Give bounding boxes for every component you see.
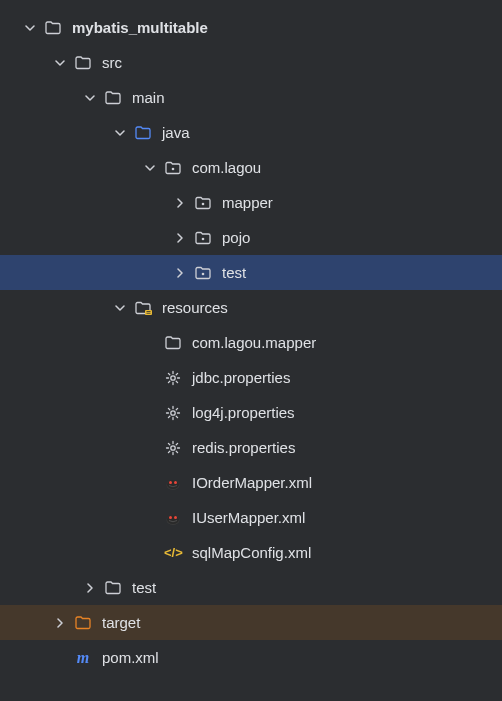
tree-node-resources[interactable]: resources [0,290,502,325]
folder-icon [104,89,122,107]
svg-point-7 [171,375,175,379]
project-tree[interactable]: mybatis_multitablesrcmainjavacom.lagouma… [0,10,502,675]
tree-node-label: com.lagou [192,159,261,176]
chevron-right-icon[interactable] [82,580,98,596]
tree-node-pom-xml[interactable]: mpom.xml [0,640,502,675]
chevron-down-icon[interactable] [142,160,158,176]
tree-node-test-folder[interactable]: test [0,570,502,605]
folder-icon [74,54,92,72]
svg-point-9 [171,445,175,449]
svg-rect-5 [147,311,151,312]
xml-icon: </> [164,544,182,562]
package-icon [164,159,182,177]
tree-node-iorder-mapper[interactable]: IOrderMapper.xml [0,465,502,500]
tree-node-root[interactable]: mybatis_multitable [0,10,502,45]
tree-node-label: java [162,124,190,141]
chevron-down-icon[interactable] [22,20,38,36]
chevron-down-icon[interactable] [112,300,128,316]
package-icon [194,229,212,247]
folder-icon [164,334,182,352]
tree-node-com-lagou[interactable]: com.lagou [0,150,502,185]
tree-node-mapper[interactable]: mapper [0,185,502,220]
tree-node-iuser-mapper[interactable]: IUserMapper.xml [0,500,502,535]
package-icon [194,264,212,282]
tree-node-label: pojo [222,229,250,246]
svg-point-15 [167,515,179,524]
tree-node-label: mapper [222,194,273,211]
tree-node-main[interactable]: main [0,80,502,115]
chevron-right-icon[interactable] [52,615,68,631]
tree-node-label: com.lagou.mapper [192,334,316,351]
svg-point-2 [202,237,205,240]
resources-icon [134,299,152,317]
m-icon: m [74,649,92,667]
tree-node-label: log4j.properties [192,404,295,421]
chevron-down-icon[interactable] [52,55,68,71]
svg-point-16 [169,516,172,519]
tree-node-label: mybatis_multitable [72,19,208,36]
tree-node-label: IOrderMapper.xml [192,474,312,491]
folder-icon [134,124,152,142]
chevron-right-icon[interactable] [172,265,188,281]
svg-point-12 [169,481,172,484]
tree-node-label: jdbc.properties [192,369,290,386]
chevron-right-icon[interactable] [172,230,188,246]
gear-icon [164,439,182,457]
tree-node-label: redis.properties [192,439,295,456]
mybatis-icon [164,474,182,492]
tree-node-label: test [132,579,156,596]
svg-point-11 [167,480,179,489]
mybatis-icon [164,509,182,527]
svg-point-17 [174,516,177,519]
folder-icon [44,19,62,37]
tree-node-label: src [102,54,122,71]
tree-node-pojo[interactable]: pojo [0,220,502,255]
tree-node-label: sqlMapConfig.xml [192,544,311,561]
tree-node-test-pkg[interactable]: test [0,255,502,290]
gear-icon [164,369,182,387]
svg-rect-4 [145,310,152,315]
tree-node-label: target [102,614,140,631]
package-icon [194,194,212,212]
folder-icon [74,614,92,632]
svg-rect-6 [147,312,151,313]
tree-node-com-lagou-mapper[interactable]: com.lagou.mapper [0,325,502,360]
svg-point-0 [172,167,175,170]
tree-node-redis-props[interactable]: redis.properties [0,430,502,465]
tree-node-label: resources [162,299,228,316]
chevron-down-icon[interactable] [112,125,128,141]
folder-icon [104,579,122,597]
svg-point-1 [202,202,205,205]
tree-node-sqlmap-config[interactable]: </>sqlMapConfig.xml [0,535,502,570]
tree-node-log4j-props[interactable]: log4j.properties [0,395,502,430]
tree-node-label: pom.xml [102,649,159,666]
tree-node-jdbc-props[interactable]: jdbc.properties [0,360,502,395]
chevron-down-icon[interactable] [82,90,98,106]
tree-node-src[interactable]: src [0,45,502,80]
chevron-right-icon[interactable] [172,195,188,211]
tree-node-label: main [132,89,165,106]
tree-node-label: test [222,264,246,281]
svg-point-13 [174,481,177,484]
tree-node-java[interactable]: java [0,115,502,150]
svg-point-3 [202,272,205,275]
tree-node-label: IUserMapper.xml [192,509,305,526]
svg-point-8 [171,410,175,414]
gear-icon [164,404,182,422]
tree-node-target[interactable]: target [0,605,502,640]
